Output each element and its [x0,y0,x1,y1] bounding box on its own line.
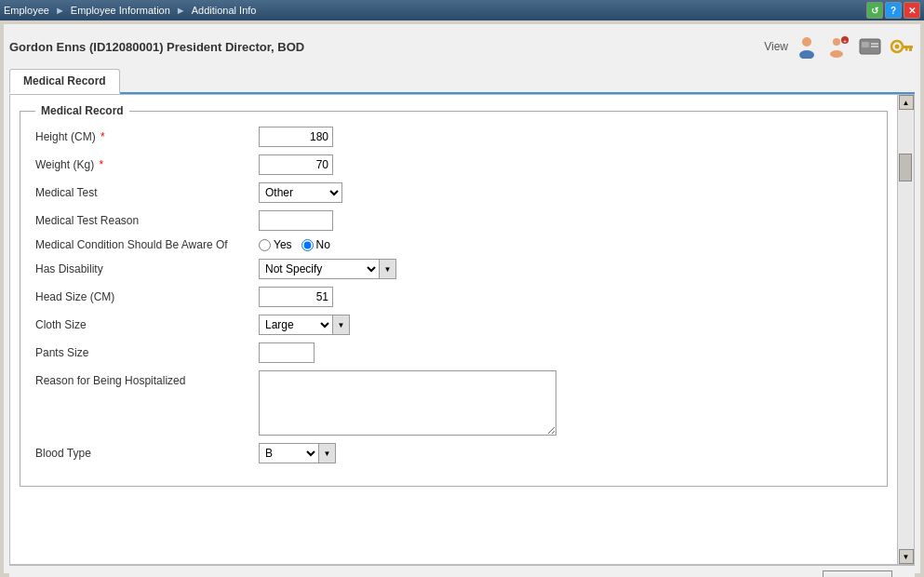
cloth-size-select[interactable]: Large Small Medium XL XXL [259,315,333,335]
medical-test-reason-row: Medical Test Reason [35,210,872,231]
medical-condition-yes-radio[interactable] [259,239,271,251]
blood-type-dropdown-wrap: B A AB O ▼ [259,443,336,463]
cloth-size-dropdown-wrap: Large Small Medium XL XXL ▼ [259,315,350,335]
weight-input[interactable] [259,154,333,175]
view-icon-employee[interactable] [794,34,820,60]
breadcrumb-sep-2: ► [176,5,186,16]
titlebar-controls: ↺ ? ✕ [866,2,920,19]
view-icon-manager[interactable]: + [825,34,851,60]
help-button[interactable]: ? [885,2,902,19]
medical-condition-yes-option[interactable]: Yes [259,238,292,251]
titlebar-breadcrumb: Employee ► Employee Information ► Additi… [4,5,256,16]
breadcrumb-employee-info[interactable]: Employee Information [71,5,170,16]
has-disability-dropdown-wrap: Not Specify Yes No ▼ [259,259,396,279]
height-row: Height (CM) * [35,127,872,147]
view-label: View [764,40,788,53]
head-size-label: Head Size (CM) [35,290,259,303]
svg-text:+: + [843,38,847,44]
svg-rect-7 [862,42,869,47]
medical-condition-no-option[interactable]: No [301,238,330,251]
reason-hospitalized-label: Reason for Being Hospitalized [35,370,259,387]
scroll-thumb[interactable] [899,154,912,181]
view-section: View + [764,34,915,60]
scrollbar[interactable]: ▲ ▼ [897,95,914,564]
cloth-size-row: Cloth Size Large Small Medium XL XXL ▼ [35,315,872,335]
medical-condition-radio-group: Yes No [259,238,330,251]
employee-name: Gordon Enns (ID12080001) President Direc… [9,40,304,54]
has-disability-row: Has Disability Not Specify Yes No ▼ [35,259,872,279]
svg-point-11 [895,45,900,49]
medical-test-reason-label: Medical Test Reason [35,214,259,227]
close-button[interactable]: ✕ [904,2,920,19]
scroll-track[interactable] [898,110,914,549]
medical-test-dropdown-wrap: Other Normal Abnormal [259,182,342,203]
height-input[interactable] [259,127,333,147]
medical-test-select[interactable]: Other Normal Abnormal [259,182,342,203]
reason-hospitalized-row: Reason for Being Hospitalized [35,370,872,436]
tab-bar: Medical Record [9,69,915,94]
titlebar: Employee ► Employee Information ► Additi… [0,0,924,20]
blood-type-label: Blood Type [35,447,259,460]
breadcrumb-sep-1: ► [55,5,65,16]
cloth-size-dropdown-btn[interactable]: ▼ [333,315,350,335]
view-icon-key[interactable] [889,34,915,60]
medical-test-label: Medical Test [35,186,259,199]
breadcrumb-employee[interactable]: Employee [4,5,49,16]
header-row: Gordon Enns (ID12080001) President Direc… [9,30,915,63]
view-icon-id-card[interactable] [857,34,883,60]
head-size-row: Head Size (CM) [35,287,872,307]
svg-point-0 [802,37,811,47]
medical-record-fieldset: Medical Record Height (CM) * Weight (Kg)… [20,104,888,487]
scroll-up-arrow[interactable]: ▲ [899,95,914,110]
blood-type-dropdown-btn[interactable]: ▼ [319,443,336,463]
svg-rect-13 [909,48,912,51]
medical-test-row: Medical Test Other Normal Abnormal [35,182,872,203]
head-size-input[interactable] [259,287,333,307]
svg-point-3 [830,50,843,58]
svg-point-1 [799,50,814,59]
blood-type-row: Blood Type B A AB O ▼ [35,443,872,463]
main-area: Gordon Enns (ID12080001) President Direc… [4,24,920,573]
refresh-button[interactable]: ↺ [866,2,883,19]
tab-medical-record[interactable]: Medical Record [9,69,120,94]
weight-required: * [99,158,103,171]
scroll-down-arrow[interactable]: ▼ [899,549,914,564]
pants-size-row: Pants Size [35,342,872,363]
medical-test-reason-input[interactable] [259,210,333,231]
weight-label: Weight (Kg) * [35,158,259,171]
submit-button[interactable]: Submit [823,570,892,578]
fieldset-legend: Medical Record [35,104,129,117]
medical-condition-row: Medical Condition Should Be Aware Of Yes… [35,238,872,251]
bottom-bar: Submit [9,565,915,577]
scrollable-content[interactable]: Medical Record Height (CM) * Weight (Kg)… [10,95,897,564]
has-disability-label: Has Disability [35,262,259,275]
has-disability-dropdown-btn[interactable]: ▼ [380,259,396,279]
has-disability-select[interactable]: Not Specify Yes No [259,259,380,279]
weight-row: Weight (Kg) * [35,154,872,175]
svg-rect-12 [902,46,913,48]
medical-condition-label: Medical Condition Should Be Aware Of [35,238,259,251]
pants-size-label: Pants Size [35,346,259,359]
content-area: Medical Record Height (CM) * Weight (Kg)… [9,94,915,565]
pants-size-input[interactable] [259,342,315,363]
medical-condition-yes-label: Yes [274,238,292,251]
svg-rect-14 [905,48,908,51]
medical-condition-no-radio[interactable] [301,239,314,251]
breadcrumb-additional-info: Additional Info [192,5,257,16]
blood-type-select[interactable]: B A AB O [259,443,319,463]
reason-hospitalized-textarea[interactable] [259,370,556,436]
cloth-size-label: Cloth Size [35,318,259,331]
svg-point-2 [833,38,840,46]
medical-condition-no-label: No [316,238,330,251]
height-label: Height (CM) * [35,130,259,143]
height-required: * [100,130,105,143]
